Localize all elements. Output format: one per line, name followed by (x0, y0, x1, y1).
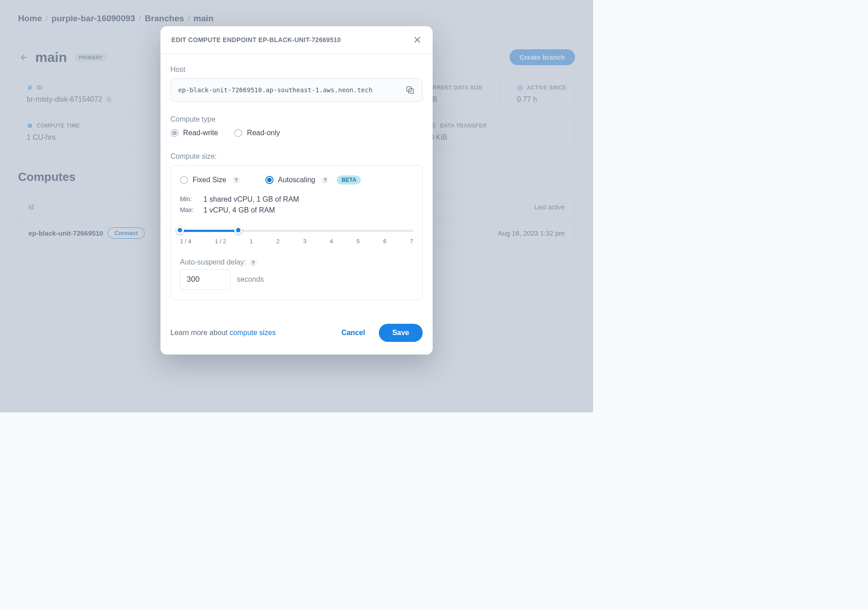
slider-ticks: 1 / 4 1 / 2 1 2 3 4 5 6 7 (180, 238, 413, 245)
max-label: Max: (180, 206, 197, 214)
radio-read-only[interactable]: Read-only (234, 129, 280, 137)
seconds-suffix: seconds (237, 275, 264, 284)
help-icon[interactable]: ? (250, 259, 257, 266)
modal-overlay[interactable]: EDIT COMPUTE ENDPOINT EP-BLACK-UNIT-7266… (0, 0, 593, 412)
cancel-button[interactable]: Cancel (339, 328, 368, 337)
radio-autoscaling[interactable]: Autoscaling ? BETA (265, 175, 361, 184)
radio-dot-icon (234, 129, 242, 137)
autoscaling-label: Autoscaling (278, 176, 316, 184)
min-value: 1 shared vCPU, 1 GB of RAM (203, 195, 299, 203)
compute-size-label: Compute size: (170, 152, 423, 161)
edit-endpoint-modal: EDIT COMPUTE ENDPOINT EP-BLACK-UNIT-7266… (160, 26, 433, 355)
slider-fill (180, 230, 238, 232)
radio-dot-icon (265, 176, 274, 184)
tick: 5 (357, 238, 360, 245)
suspend-label: Auto-suspend delay: (180, 258, 246, 266)
tick: 1 (250, 238, 253, 245)
size-slider[interactable] (180, 227, 413, 234)
radio-ro-label: Read-only (247, 129, 280, 137)
copy-host-icon[interactable] (405, 85, 415, 95)
max-value: 1 vCPU, 4 GB of RAM (203, 206, 275, 214)
close-icon[interactable] (413, 35, 422, 44)
radio-rw-label: Read-write (183, 129, 218, 137)
beta-badge: BETA (337, 175, 361, 184)
radio-dot-icon (180, 176, 188, 184)
tick: 3 (303, 238, 306, 245)
help-icon[interactable]: ? (321, 176, 329, 184)
fixed-size-label: Fixed Size (193, 176, 226, 184)
autosuspend-input[interactable] (180, 269, 231, 290)
tick: 1 / 2 (215, 238, 226, 245)
compute-type-label: Compute type (170, 115, 423, 123)
min-label: Min: (180, 195, 197, 203)
help-icon[interactable]: ? (233, 176, 240, 184)
save-button[interactable]: Save (379, 324, 423, 342)
learn-more: Learn more about compute sizes (170, 329, 276, 337)
slider-thumb-min[interactable] (176, 226, 184, 234)
learn-link[interactable]: compute sizes (230, 329, 276, 336)
modal-title: EDIT COMPUTE ENDPOINT EP-BLACK-UNIT-7266… (171, 36, 341, 43)
compute-size-panel: Fixed Size ? Autoscaling ? BETA Min: 1 s… (170, 165, 423, 300)
learn-prefix: Learn more about (170, 329, 230, 336)
tick: 4 (330, 238, 333, 245)
radio-fixed-size[interactable]: Fixed Size ? (180, 176, 240, 184)
host-value: ep-black-unit-72669510.ap-southeast-1.aw… (178, 86, 373, 94)
host-label: Host (170, 66, 423, 74)
tick: 6 (383, 238, 387, 245)
radio-read-write[interactable]: Read-write (170, 129, 218, 137)
radio-dot-icon (170, 129, 179, 137)
host-box: ep-black-unit-72669510.ap-southeast-1.aw… (170, 78, 423, 102)
tick: 7 (410, 238, 413, 245)
slider-thumb-max[interactable] (234, 226, 242, 234)
tick: 2 (276, 238, 279, 245)
tick: 1 / 4 (180, 238, 191, 245)
